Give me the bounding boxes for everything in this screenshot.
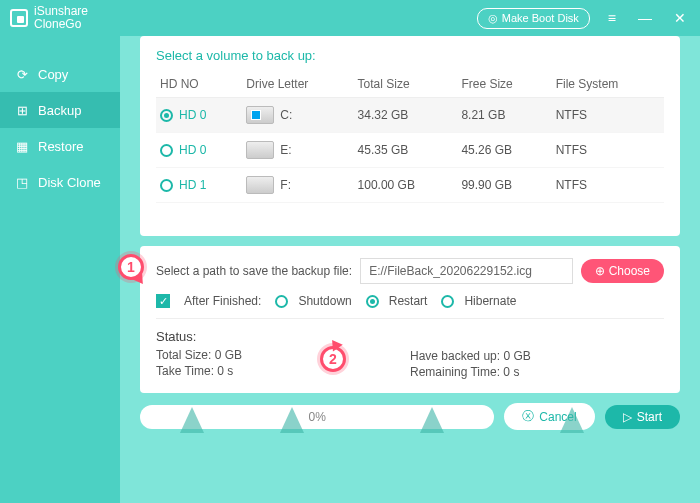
- progress-text: 0%: [308, 410, 325, 424]
- after-finished-label: After Finished:: [184, 294, 261, 308]
- hdno-cell: HD 0: [179, 108, 206, 122]
- boot-label: Make Boot Disk: [502, 12, 579, 24]
- hdno-cell: HD 0: [179, 143, 206, 157]
- radio-icon: [275, 295, 288, 308]
- minimize-button[interactable]: ―: [634, 8, 656, 28]
- radio-icon: [366, 295, 379, 308]
- make-boot-disk-button[interactable]: ◎ Make Boot Disk: [477, 8, 590, 29]
- choose-button[interactable]: ⊕ Choose: [581, 259, 664, 283]
- sidebar-item-disk-clone[interactable]: ◳ Disk Clone: [0, 164, 120, 200]
- radio-icon: [441, 295, 454, 308]
- status-remain: Remaining Time: 0 s: [410, 365, 664, 379]
- col-hdno: HD NO: [156, 71, 242, 98]
- radio-icon: [160, 109, 173, 122]
- bottom-bar: 0% ⓧ Cancel ▷ Start: [140, 403, 680, 430]
- plus-box-icon: ⊞: [14, 102, 30, 118]
- option-shutdown[interactable]: Shutdown: [275, 294, 351, 308]
- fs-cell: NTFS: [552, 133, 664, 168]
- play-icon: ▷: [623, 410, 632, 424]
- after-finished-checkbox[interactable]: ✓: [156, 294, 170, 308]
- total-cell: 34.32 GB: [354, 98, 458, 133]
- fs-cell: NTFS: [552, 98, 664, 133]
- free-cell: 8.21 GB: [457, 98, 551, 133]
- options-panel: Select a path to save the backup file: ⊕…: [140, 246, 680, 393]
- status-take: Take Time: 0 s: [156, 364, 410, 378]
- volumes-table: HD NO Drive Letter Total Size Free Size …: [156, 71, 664, 203]
- col-total: Total Size: [354, 71, 458, 98]
- total-cell: 45.35 GB: [354, 133, 458, 168]
- cancel-button[interactable]: ⓧ Cancel: [504, 403, 594, 430]
- main-area: Select a volume to back up: HD NO Drive …: [120, 36, 700, 503]
- col-free: Free Size: [457, 71, 551, 98]
- sidebar-label: Restore: [38, 139, 84, 154]
- drive-icon: [246, 106, 274, 124]
- status-total: Total Size: 0 GB: [156, 348, 410, 362]
- disk-icon: ◳: [14, 174, 30, 190]
- volumes-title: Select a volume to back up:: [156, 48, 664, 63]
- free-cell: 45.26 GB: [457, 133, 551, 168]
- annotation-2: 2: [320, 346, 346, 372]
- choose-label: Choose: [609, 264, 650, 278]
- sidebar: ⟳ Copy ⊞ Backup ▦ Restore ◳ Disk Clone: [0, 36, 120, 503]
- table-row[interactable]: HD 0C:34.32 GB8.21 GBNTFS: [156, 98, 664, 133]
- logo-icon: [10, 9, 28, 27]
- cancel-label: Cancel: [539, 410, 576, 424]
- table-row[interactable]: HD 0E:45.35 GB45.26 GBNTFS: [156, 133, 664, 168]
- option-hibernate[interactable]: Hibernate: [441, 294, 516, 308]
- sidebar-label: Copy: [38, 67, 68, 82]
- volumes-panel: Select a volume to back up: HD NO Drive …: [140, 36, 680, 236]
- app-logo: iSunshare CloneGo: [10, 5, 88, 31]
- drive-icon: [246, 141, 274, 159]
- close-button[interactable]: ✕: [670, 8, 690, 28]
- close-circle-icon: ⓧ: [522, 408, 534, 425]
- sidebar-item-backup[interactable]: ⊞ Backup: [0, 92, 120, 128]
- table-row[interactable]: HD 1F:100.00 GB99.90 GBNTFS: [156, 168, 664, 203]
- drive-icon: [246, 176, 274, 194]
- hdno-cell: HD 1: [179, 178, 206, 192]
- col-fs: File System: [552, 71, 664, 98]
- path-input[interactable]: [360, 258, 573, 284]
- status-backed: Have backed up: 0 GB: [410, 349, 664, 363]
- letter-cell: F:: [280, 178, 291, 192]
- sidebar-item-copy[interactable]: ⟳ Copy: [0, 56, 120, 92]
- free-cell: 99.90 GB: [457, 168, 551, 203]
- option-restart[interactable]: Restart: [366, 294, 428, 308]
- radio-icon: [160, 179, 173, 192]
- letter-cell: C:: [280, 108, 292, 122]
- radio-icon: [160, 144, 173, 157]
- col-letter: Drive Letter: [242, 71, 353, 98]
- path-label: Select a path to save the backup file:: [156, 264, 352, 278]
- total-cell: 100.00 GB: [354, 168, 458, 203]
- plus-icon: ⊕: [595, 264, 605, 278]
- start-button[interactable]: ▷ Start: [605, 405, 680, 429]
- grid-icon: ▦: [14, 138, 30, 154]
- app-name-2: CloneGo: [34, 18, 88, 31]
- letter-cell: E:: [280, 143, 291, 157]
- sidebar-item-restore[interactable]: ▦ Restore: [0, 128, 120, 164]
- menu-icon[interactable]: ≡: [604, 8, 620, 28]
- sidebar-label: Disk Clone: [38, 175, 101, 190]
- titlebar: iSunshare CloneGo ◎ Make Boot Disk ≡ ― ✕: [0, 0, 700, 36]
- progress-bar: 0%: [140, 405, 494, 429]
- sidebar-label: Backup: [38, 103, 81, 118]
- status-title: Status:: [156, 329, 410, 344]
- disc-icon: ◎: [488, 12, 498, 25]
- annotation-1: 1: [118, 254, 144, 280]
- start-label: Start: [637, 410, 662, 424]
- fs-cell: NTFS: [552, 168, 664, 203]
- refresh-icon: ⟳: [14, 66, 30, 82]
